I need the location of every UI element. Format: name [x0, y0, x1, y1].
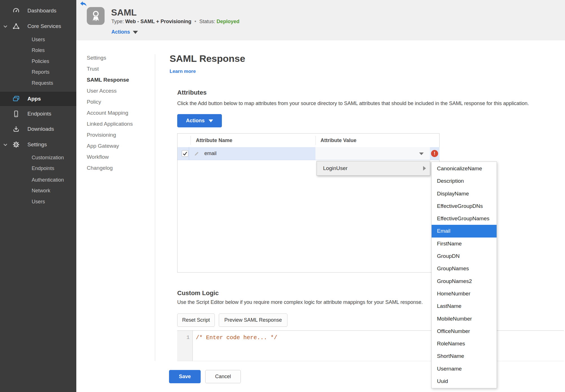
app-logo-ribbon-icon: [87, 7, 105, 25]
attributes-actions-button[interactable]: Actions: [177, 114, 222, 127]
sidebar-item-endpoints[interactable]: Endpoints: [0, 108, 76, 119]
sidebar-item-label: Core Services: [27, 23, 61, 29]
menu-item-groupdn[interactable]: GroupDN: [432, 250, 497, 262]
sidebar-item-apps-selected[interactable]: Apps: [0, 92, 76, 106]
menu-item-lastname[interactable]: LastName: [432, 300, 497, 312]
type-value: Web - SAML + Provisioning: [125, 19, 191, 24]
menu-item-canonicalizename[interactable]: CanonicalizeName: [432, 162, 497, 175]
menu-item-shortname[interactable]: ShortName: [432, 350, 497, 362]
core-services-icon: [12, 23, 20, 30]
menu-item-homenumber[interactable]: HomeNumber: [432, 288, 497, 300]
custom-logic-heading: Custom Logic: [177, 289, 219, 297]
page-app-title: SAML: [111, 7, 137, 18]
sidebar-item-core-services[interactable]: Core Services: [0, 21, 76, 32]
save-button[interactable]: Save: [169, 370, 201, 383]
sidebar: Dashboards Core Services Users Roles Pol…: [0, 0, 76, 392]
download-icon: [12, 125, 20, 133]
sidebar-item-customization[interactable]: Customization: [0, 152, 76, 163]
sidebar-item-users[interactable]: Users: [0, 34, 76, 45]
column-divider: [191, 136, 191, 145]
table-row[interactable]: email !: [177, 147, 439, 160]
editor-gutter: 1: [177, 331, 193, 361]
error-icon: !: [431, 150, 438, 157]
gear-icon: [12, 141, 20, 148]
value-menu-loginuser[interactable]: LoginUser: [317, 161, 430, 176]
sidebar-item-reports[interactable]: Reports: [0, 67, 76, 77]
menu-item-mobilenumber[interactable]: MobileNumber: [432, 313, 497, 325]
menu-item-uuid[interactable]: Uuid: [432, 375, 497, 387]
sidebar-item-settings[interactable]: Settings: [0, 139, 76, 150]
reset-script-button[interactable]: Reset Script: [177, 313, 215, 327]
subnav-item-account-mapping[interactable]: Account Mapping: [87, 107, 128, 118]
attribute-value-dropdown[interactable]: [315, 147, 430, 160]
sidebar-item-network[interactable]: Network: [0, 185, 76, 196]
chevron-down-icon: [3, 142, 8, 147]
page-title: SAML Response: [170, 53, 245, 64]
menu-item-groupnames2[interactable]: GroupNames2: [432, 275, 497, 288]
apps-icon: [12, 95, 20, 103]
sidebar-item-roles[interactable]: Roles: [0, 45, 76, 56]
learn-more-link[interactable]: Learn more: [170, 69, 196, 74]
sidebar-subitem-label: Reports: [32, 69, 49, 75]
line-number: 1: [187, 334, 190, 341]
subnav-item-user-access[interactable]: User Access: [87, 85, 117, 96]
subnav-item-settings[interactable]: Settings: [87, 52, 106, 63]
sidebar-item-label: Apps: [27, 96, 41, 102]
subnav-item-changelog[interactable]: Changelog: [87, 162, 113, 173]
menu-item-effectivegroupdns[interactable]: EffectiveGroupDNs: [432, 200, 497, 212]
sidebar-item-downloads[interactable]: Downloads: [0, 124, 76, 134]
menu-item-rolenames[interactable]: RoleNames: [432, 337, 497, 350]
header-actions-menu[interactable]: Actions: [111, 29, 138, 35]
sidebar-item-policies[interactable]: Policies: [0, 56, 76, 67]
menu-item-groupnames[interactable]: GroupNames: [432, 262, 497, 275]
subnav-item-workflow[interactable]: Workflow: [87, 151, 109, 162]
subnav-item-policy[interactable]: Policy: [87, 96, 101, 107]
row-checkbox[interactable]: [182, 150, 188, 157]
sidebar-item-authentication[interactable]: Authentication: [0, 175, 76, 185]
menu-item-description[interactable]: Description: [432, 175, 497, 187]
caret-down-icon: [419, 153, 424, 155]
sidebar-subitem-label: Users: [32, 199, 45, 205]
row-divider: [189, 147, 189, 160]
edit-pencil-icon[interactable]: [194, 151, 200, 156]
cancel-button[interactable]: Cancel: [205, 370, 241, 383]
subnav-item-trust[interactable]: Trust: [87, 63, 99, 74]
caret-down-icon: [209, 119, 213, 122]
menu-item-effectivegroupnames[interactable]: EffectiveGroupNames: [432, 212, 497, 225]
menu-item-officenumber[interactable]: OfficeNumber: [432, 325, 497, 337]
app-meta-line: Type: Web - SAML + Provisioning • Status…: [111, 19, 239, 25]
sidebar-item-settings-endpoints[interactable]: Endpoints: [0, 163, 76, 174]
status-badge: Deployed: [217, 19, 239, 24]
menu-item-firstname[interactable]: FirstName: [432, 238, 497, 250]
sidebar-item-label: Downloads: [27, 126, 54, 132]
app-window: Dashboards Core Services Users Roles Pol…: [0, 0, 565, 392]
sidebar-subitem-label: Roles: [32, 47, 45, 53]
sidebar-item-label: Endpoints: [27, 111, 51, 117]
value-submenu: CanonicalizeName Description DisplayName…: [431, 162, 497, 388]
caret-down-icon: [133, 31, 138, 34]
menu-item-email-selected[interactable]: Email: [432, 225, 497, 237]
submenu-arrow-icon: [423, 166, 426, 171]
sidebar-subitem-label: Authentication: [32, 177, 64, 183]
error-cell: !: [430, 147, 440, 160]
editor-code-line: /* Enter code here... */: [196, 334, 277, 341]
subnav-item-linked-applications[interactable]: Linked Applications: [87, 118, 133, 129]
actions-button-label: Actions: [186, 118, 205, 123]
subnav-item-saml-response[interactable]: SAML Response: [87, 74, 129, 85]
script-editor[interactable]: 1 /* Enter code here... */: [177, 330, 564, 361]
attributes-description: Click the Add button below to map attrib…: [177, 101, 529, 106]
subnav-item-app-gateway[interactable]: App Gateway: [87, 140, 119, 151]
attributes-table: Attribute Name Attribute Value email !: [177, 133, 440, 273]
sidebar-item-requests[interactable]: Requests: [0, 78, 76, 88]
menu-item-username[interactable]: Username: [432, 363, 497, 375]
sidebar-item-dashboards[interactable]: Dashboards: [0, 5, 76, 16]
gauge-icon: [12, 7, 20, 14]
header-actions-label: Actions: [111, 29, 130, 35]
sidebar-subitem-label: Customization: [32, 155, 64, 161]
attributes-heading: Attributes: [177, 89, 207, 96]
subnav-item-provisioning[interactable]: Provisioning: [87, 129, 116, 140]
menu-item-displayname[interactable]: DisplayName: [432, 188, 497, 200]
back-arrow-icon[interactable]: [80, 1, 87, 7]
sidebar-item-settings-users[interactable]: Users: [0, 196, 76, 207]
preview-saml-response-button[interactable]: Preview SAML Response: [219, 313, 287, 327]
